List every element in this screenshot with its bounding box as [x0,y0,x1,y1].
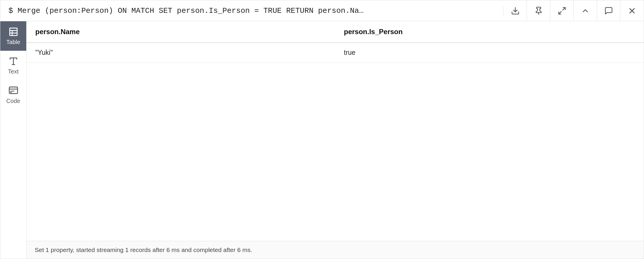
top-bar: $ Merge (person:Person) ON MATCH SET per… [0,0,644,21]
status-message: Set 1 property, started streaming 1 reco… [35,246,252,253]
table-icon [8,27,19,37]
main-content: Table Text [0,21,644,259]
comment-icon [604,6,613,15]
col-header-is-person: person.Is_Person [335,21,644,43]
app-container: $ Merge (person:Person) ON MATCH SET per… [0,0,644,259]
sidebar-item-code[interactable]: Code [0,80,26,110]
close-icon [628,6,636,15]
close-button[interactable] [620,0,644,21]
chevron-up-icon [581,6,590,15]
minimize-button[interactable] [574,0,597,21]
table-body: "Yuki"true [27,43,644,63]
svg-rect-6 [10,28,17,36]
sidebar: Table Text [0,21,27,259]
expand-icon [558,6,566,15]
code-icon [8,85,19,96]
table-panel: person.Name person.Is_Person "Yuki"true … [27,21,644,259]
download-icon [511,6,520,15]
top-actions [504,0,644,21]
sidebar-item-text[interactable]: Text [0,51,26,80]
table-header-row: person.Name person.Is_Person [27,21,644,43]
comment-button[interactable] [597,0,620,21]
data-table: person.Name person.Is_Person "Yuki"true [27,21,644,63]
sidebar-item-table[interactable]: Table [0,21,26,51]
query-text: $ Merge (person:Person) ON MATCH SET per… [0,6,504,15]
col-header-name: person.Name [27,21,335,43]
sidebar-code-label: Code [6,98,20,104]
svg-line-2 [563,7,565,10]
expand-button[interactable] [550,0,574,21]
pin-icon [534,6,543,15]
results-area[interactable]: person.Name person.Is_Person "Yuki"true [27,21,644,241]
download-button[interactable] [504,0,527,21]
table-row: "Yuki"true [27,43,644,63]
cell-name: "Yuki" [27,43,335,63]
pin-button[interactable] [527,0,550,21]
svg-line-3 [559,11,561,14]
text-icon [8,56,19,66]
sidebar-text-label: Text [8,68,19,75]
cell-is-person: true [335,43,644,63]
status-bar: Set 1 property, started streaming 1 reco… [27,241,644,259]
svg-rect-12 [9,87,17,94]
sidebar-table-label: Table [6,39,20,46]
